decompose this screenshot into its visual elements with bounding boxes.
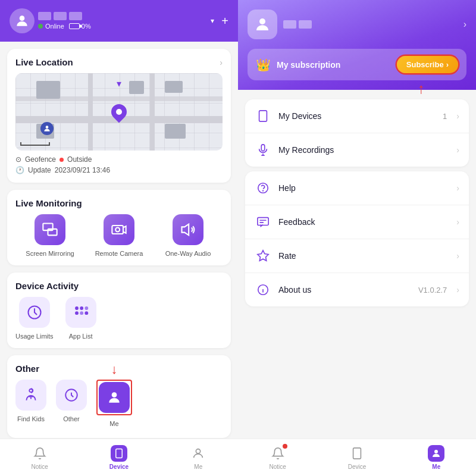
geofence-icon: ⊙	[15, 155, 21, 164]
subscription-title: My subscription	[277, 60, 340, 70]
right-device-slot-1	[283, 20, 296, 29]
svg-point-9	[84, 306, 88, 310]
other-item2-label: Other	[63, 415, 80, 422]
svg-point-26	[263, 190, 264, 191]
bell-icon	[33, 447, 46, 460]
me-red-box	[96, 380, 132, 415]
avatar	[10, 8, 35, 33]
live-location-chevron-icon[interactable]: ›	[220, 58, 223, 67]
right-header-chevron-icon[interactable]: ›	[464, 19, 466, 30]
left-content: Live Location › ▾	[0, 42, 238, 439]
user-marker-icon	[43, 124, 51, 133]
other-grid: Find Kids Other	[15, 380, 223, 430]
svg-marker-30	[258, 250, 268, 261]
map-building-1	[36, 81, 60, 99]
other-card-header: Other	[15, 364, 223, 374]
online-dot	[38, 24, 43, 29]
svg-point-19	[259, 18, 265, 24]
svg-point-1	[45, 126, 48, 129]
update-time: 2023/09/21 13:46	[55, 166, 110, 174]
nav-me-left[interactable]: Me	[159, 443, 238, 472]
nav-notice-left[interactable]: Notice	[0, 443, 79, 472]
usage-limits-icon	[26, 304, 43, 321]
device-icon-wrap-right	[349, 445, 365, 462]
notice-label-right: Notice	[269, 464, 286, 470]
device-slot-3	[69, 12, 82, 20]
device-activity-title: Device Activity	[15, 281, 79, 291]
subscription-wrapper: 👑 My subscription Subscribe › ↑	[248, 49, 466, 80]
app-list-label: App List	[69, 333, 93, 340]
svg-point-12	[84, 311, 88, 315]
nav-device-right[interactable]: Device	[317, 443, 396, 472]
my-recordings-icon	[255, 142, 271, 158]
bell-icon-right	[271, 447, 284, 460]
my-recordings-item[interactable]: My Recordings ›	[245, 133, 469, 167]
red-arrow-down-icon: ↓	[111, 362, 118, 377]
help-item[interactable]: Help ›	[245, 171, 469, 205]
subscribe-button[interactable]: Subscribe ›	[397, 56, 458, 73]
other-title: Other	[15, 364, 39, 374]
me-item[interactable]: ↓ Me	[96, 380, 132, 427]
find-kids-icon	[23, 387, 39, 403]
svg-point-15	[112, 392, 117, 397]
user-marker	[40, 122, 54, 135]
svg-point-5	[115, 228, 120, 232]
right-content: My Devices 1 › My Recordings ›	[238, 90, 476, 439]
svg-rect-16	[116, 449, 123, 458]
info-menu-icon	[256, 283, 270, 296]
my-devices-chevron-icon: ›	[456, 111, 459, 121]
activity-grid: Usage Limits App List	[15, 297, 223, 340]
my-devices-item[interactable]: My Devices 1 ›	[245, 99, 469, 133]
me-icon-wrap-right	[428, 445, 444, 462]
other-item2[interactable]: Other	[56, 380, 87, 427]
my-devices-icon	[255, 108, 271, 124]
map-pin-inner	[116, 109, 122, 115]
about-us-item[interactable]: About us V1.0.2.7 ›	[245, 273, 469, 306]
app-list-item[interactable]: App List	[65, 297, 96, 340]
me-icon-wrap-left	[190, 445, 206, 462]
my-recordings-chevron-icon: ›	[456, 145, 459, 155]
device-slot-2	[54, 12, 67, 20]
help-group-card: Help › Feedback ›	[245, 171, 469, 306]
nav-device-left[interactable]: Device	[79, 443, 158, 472]
oneway-audio-item[interactable]: One-Way Audio	[154, 214, 223, 257]
user-icon	[14, 13, 30, 29]
monitoring-card-header: Live Monitoring	[15, 198, 223, 208]
dropdown-arrow-icon[interactable]: ▾	[211, 17, 214, 25]
notice-icon-wrap-right	[270, 445, 286, 462]
app-list-icon-wrap	[65, 297, 96, 328]
add-button[interactable]: +	[221, 14, 228, 28]
screen-mirroring-item[interactable]: Screen Mirroring	[15, 214, 84, 257]
geofence-row: ⊙ Geofence Outside	[15, 155, 223, 164]
other-card: Other Find Kids	[7, 355, 231, 438]
red-arrow-up-icon: ↑	[418, 80, 425, 97]
nav-me-right[interactable]: Me	[397, 443, 476, 472]
svg-rect-22	[261, 145, 265, 151]
geofence-status: Outside	[67, 155, 92, 164]
svg-point-0	[20, 15, 25, 21]
live-monitoring-card: Live Monitoring Screen Mirroring	[7, 190, 231, 265]
remote-camera-item[interactable]: Remote Camera	[84, 214, 154, 257]
bottom-nav-right: Notice Device Me	[238, 439, 476, 476]
live-location-title: Live Location	[15, 57, 73, 67]
map-road-v1	[88, 73, 93, 151]
about-us-label: About us	[278, 285, 411, 295]
feedback-chevron-icon: ›	[456, 217, 459, 227]
help-menu-icon	[256, 181, 270, 195]
location-info: ⊙ Geofence Outside 🕐 Update 2023/09/21 1…	[15, 155, 223, 174]
device-label-right: Device	[348, 464, 367, 470]
left-panel: Online 0% ▾ + Live Location ›	[0, 0, 238, 476]
about-us-version: V1.0.2.7	[418, 286, 447, 295]
feedback-item[interactable]: Feedback ›	[245, 205, 469, 239]
online-label: Online	[45, 23, 64, 30]
usage-limits-item[interactable]: Usage Limits	[15, 297, 54, 340]
map-building-5	[165, 124, 186, 139]
rate-item[interactable]: Rate ›	[245, 239, 469, 273]
feedback-icon	[255, 214, 271, 230]
card-header: Live Location ›	[15, 57, 223, 67]
screen-mirroring-icon	[42, 221, 58, 238]
nav-notice-right[interactable]: Notice	[238, 443, 317, 472]
find-kids-item[interactable]: Find Kids	[15, 380, 46, 427]
battery-info: 0%	[69, 23, 91, 30]
rate-icon	[255, 248, 271, 264]
